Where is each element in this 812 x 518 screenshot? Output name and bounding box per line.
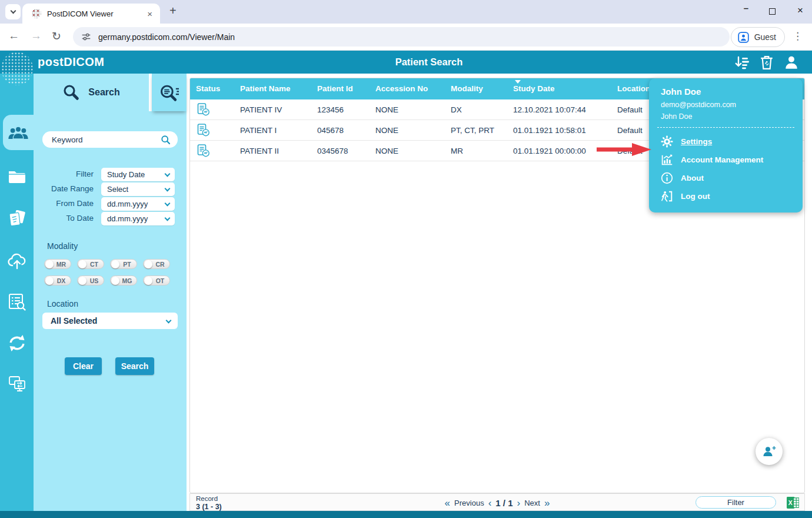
- window-minimize-button[interactable]: –: [744, 3, 748, 13]
- order-list-icon[interactable]: [734, 55, 750, 70]
- from-date-row: From Date dd.mm.yyyy: [34, 197, 187, 212]
- tab-search-button[interactable]: [5, 4, 21, 19]
- status-cell[interactable]: [190, 103, 234, 116]
- previous-page-icon[interactable]: ‹: [488, 498, 492, 508]
- clear-button[interactable]: Clear: [65, 357, 102, 375]
- left-sidebar: [0, 74, 34, 511]
- excel-export-icon[interactable]: X: [787, 497, 799, 509]
- first-page-icon[interactable]: «: [445, 498, 450, 508]
- menu-item-logout[interactable]: Log out: [649, 187, 803, 205]
- browser-toolbar: ← → ↻ germany.postdicom.com/Viewer/Main …: [0, 24, 812, 51]
- location-select[interactable]: All Selected: [42, 313, 178, 329]
- study-date-cell: 01.01.1921 10:58:01: [507, 126, 611, 135]
- sidebar-item-transfer[interactable]: [0, 374, 34, 394]
- modality-toggle-us[interactable]: US: [77, 275, 104, 285]
- sidebar-item-order-search[interactable]: [0, 292, 34, 312]
- date-range-select[interactable]: Select: [101, 182, 175, 196]
- tab-search[interactable]: Search: [34, 74, 149, 111]
- modality-toggle-cr[interactable]: CR: [143, 259, 170, 269]
- trash-icon[interactable]: [759, 55, 774, 70]
- site-settings-icon[interactable]: [81, 32, 91, 42]
- menu-item-account-management[interactable]: Account Management: [649, 151, 803, 169]
- column-header-modality[interactable]: Modality: [445, 78, 507, 99]
- address-bar[interactable]: germany.postdicom.com/Viewer/Main: [73, 27, 730, 47]
- patient-name-cell: PATIENT I: [234, 126, 311, 135]
- location-label: Location: [47, 299, 78, 308]
- modality-toggle-mg[interactable]: MG: [110, 275, 137, 285]
- modality-toggle-ct[interactable]: CT: [77, 259, 104, 269]
- toggle-knob: [45, 260, 54, 268]
- filter-select[interactable]: Study Date: [101, 168, 175, 181]
- to-date-select[interactable]: dd.mm.yyyy: [101, 212, 175, 225]
- patient-id-cell: 0345678: [311, 147, 370, 155]
- toggle-knob: [78, 260, 86, 268]
- filter-label: Filter: [34, 170, 94, 178]
- chevron-down-icon: [165, 171, 171, 177]
- sidebar-item-folders[interactable]: [0, 167, 34, 187]
- column-header-study-date[interactable]: Study Date: [507, 78, 611, 99]
- patient-name-cell: PATIENT II: [234, 147, 311, 155]
- window-maximize-button[interactable]: [769, 8, 776, 15]
- next-page-icon[interactable]: ›: [517, 498, 521, 508]
- modality-ot-label: OT: [152, 277, 169, 284]
- modality-toggle-pt[interactable]: PT: [110, 259, 137, 269]
- modality-cell: MR: [445, 147, 507, 155]
- column-header-patient-id[interactable]: Patient Id: [311, 78, 370, 99]
- from-date-select[interactable]: dd.mm.yyyy: [101, 197, 175, 211]
- next-page-button[interactable]: Next: [524, 499, 540, 507]
- gear-icon: [661, 135, 673, 148]
- status-cell[interactable]: [190, 144, 234, 157]
- reload-icon[interactable]: ↻: [52, 29, 61, 43]
- sidebar-item-studies[interactable]: [0, 209, 34, 229]
- annotation-arrow: [597, 143, 652, 156]
- window-close-button[interactable]: ×: [797, 5, 803, 16]
- add-patient-button[interactable]: [756, 438, 783, 465]
- back-icon[interactable]: ←: [8, 29, 19, 42]
- new-tab-button[interactable]: +: [169, 4, 177, 18]
- postdicom-globe-logo: [1, 52, 33, 85]
- sidebar-item-patients[interactable]: [3, 115, 34, 150]
- tab-advanced-search[interactable]: [152, 74, 187, 111]
- modality-toggle-dx[interactable]: DX: [44, 275, 71, 285]
- last-page-icon[interactable]: »: [544, 498, 550, 508]
- sidebar-item-upload[interactable]: [0, 251, 34, 271]
- search-icon[interactable]: [161, 135, 171, 145]
- menu-item-settings[interactable]: Settings: [649, 132, 803, 151]
- svg-text:X: X: [788, 500, 793, 506]
- browser-tab[interactable]: PostDICOM Viewer ×: [22, 4, 160, 24]
- keyword-input[interactable]: [52, 135, 161, 144]
- user-name: John Doe: [661, 87, 793, 97]
- study-date-cell: 01.01.1921 00:00:00: [507, 147, 611, 155]
- modality-mr-label: MR: [54, 261, 71, 268]
- browser-tab-strip: PostDICOM Viewer × + – ×: [0, 0, 812, 24]
- menu-divider: [657, 127, 794, 128]
- menu-item-about[interactable]: About: [649, 169, 803, 187]
- previous-page-button[interactable]: Previous: [454, 499, 484, 507]
- folders-icon: [8, 169, 26, 184]
- date-range-row: Date Range Select: [34, 182, 187, 197]
- studies-icon: [8, 210, 26, 228]
- tab-close-icon[interactable]: ×: [145, 9, 154, 19]
- status-cell[interactable]: [190, 124, 234, 137]
- advanced-search-icon: [159, 84, 180, 102]
- modality-us-label: US: [86, 277, 104, 284]
- modality-toggle-ot[interactable]: OT: [143, 275, 170, 285]
- modality-toggle-mr[interactable]: MR: [44, 259, 71, 269]
- search-button[interactable]: Search: [115, 357, 154, 375]
- url-text: germany.postdicom.com/Viewer/Main: [98, 32, 235, 42]
- browser-menu-icon[interactable]: ⋮: [793, 30, 803, 42]
- guest-avatar-icon: [737, 31, 750, 44]
- settings-label: Settings: [681, 137, 712, 146]
- browser-profile-button[interactable]: Guest: [731, 27, 785, 47]
- search-panel: Search Filter Study Date: [34, 74, 187, 511]
- sidebar-item-sync[interactable]: [0, 333, 34, 353]
- search-icon: [62, 84, 80, 101]
- filter-button[interactable]: Filter: [695, 496, 776, 509]
- forward-icon[interactable]: →: [31, 29, 42, 42]
- date-range-value: Select: [107, 185, 128, 194]
- column-header-accession-no[interactable]: Accession No: [370, 78, 445, 99]
- user-icon[interactable]: [784, 55, 799, 70]
- chevron-down-icon: [10, 8, 16, 14]
- column-header-patient-name[interactable]: Patient Name: [234, 78, 311, 99]
- column-header-status[interactable]: Status: [190, 78, 234, 99]
